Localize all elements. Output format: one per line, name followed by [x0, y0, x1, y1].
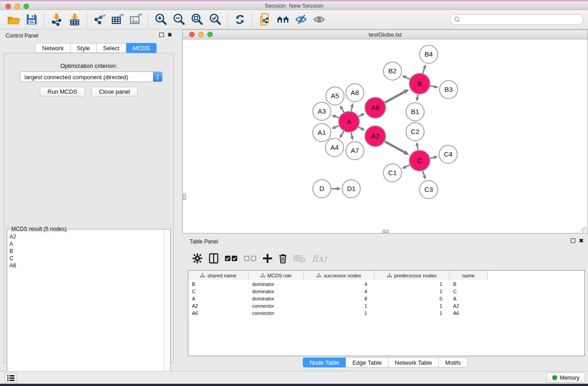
table-row[interactable]: A2connector11A2 — [188, 302, 488, 310]
table-cell[interactable]: A — [188, 295, 249, 302]
graph-edge[interactable] — [430, 157, 434, 158]
graph-edge[interactable] — [406, 165, 410, 167]
graph-edge[interactable] — [335, 116, 339, 118]
network-graph[interactable]: B4B2BB3A8A5A6A3B1AC2A1A2A4A7C4CC1DD1C3 — [183, 39, 588, 233]
export-image-icon[interactable] — [128, 12, 143, 27]
add-column-icon[interactable] — [263, 254, 272, 263]
export-network-icon[interactable] — [92, 12, 107, 27]
delete-column-icon[interactable] — [278, 253, 287, 264]
select-all-checkboxes-icon[interactable] — [225, 256, 238, 262]
table-cell[interactable]: A2 — [188, 302, 249, 310]
zoom-in-icon[interactable] — [153, 12, 168, 27]
graph-edge[interactable] — [423, 68, 425, 73]
show-all-icon[interactable] — [311, 12, 327, 27]
table-cell[interactable]: B — [188, 281, 249, 288]
table-cell[interactable]: 1 — [374, 302, 449, 310]
table-cell[interactable]: dominator — [249, 288, 304, 295]
column-chooser-icon[interactable] — [209, 253, 219, 264]
zoom-fit-icon[interactable] — [189, 12, 205, 27]
mcds-result-item[interactable]: A6 — [8, 262, 163, 269]
tab-mcds[interactable]: MCDS — [126, 43, 157, 53]
tab-node-table[interactable]: Node Table — [303, 357, 346, 367]
table-cell[interactable]: 4 — [304, 281, 374, 288]
mcds-result-list[interactable]: A2ABCA6 — [8, 233, 163, 383]
settings-gear-icon[interactable] — [192, 253, 202, 263]
mcds-result-item[interactable]: C — [8, 255, 163, 262]
column-header-name[interactable]: name — [449, 271, 488, 280]
table-row[interactable]: Bdominator41B — [188, 281, 488, 288]
table-cell[interactable]: A6 — [449, 310, 488, 317]
tab-style[interactable]: Style — [71, 43, 97, 53]
tab-motifs[interactable]: Motifs — [439, 357, 468, 367]
close-table-panel-icon[interactable]: ✖ — [579, 238, 583, 243]
open-session-icon[interactable] — [6, 12, 21, 27]
graph-edge[interactable] — [417, 95, 418, 98]
close-panel-icon[interactable]: ✖ — [167, 33, 172, 37]
mcds-result-item[interactable]: A — [8, 240, 163, 248]
graph-edge[interactable] — [417, 146, 418, 150]
table-cell[interactable]: A2 — [449, 302, 488, 310]
save-session-icon[interactable] — [24, 12, 39, 27]
mcds-result-item[interactable]: B — [8, 248, 163, 255]
graph-edge[interactable] — [335, 126, 339, 127]
graph-edge[interactable] — [423, 171, 424, 176]
export-table-icon[interactable] — [110, 12, 125, 27]
table-cell[interactable]: 8 — [304, 295, 374, 302]
graph-edge[interactable] — [351, 133, 352, 137]
graph-edge[interactable] — [430, 86, 435, 87]
table-cell[interactable]: dominator — [249, 281, 304, 288]
table-cell[interactable]: 1 — [374, 310, 449, 317]
criterion-dropdown[interactable]: largest connected component (directed) ▲… — [20, 71, 163, 82]
table-cell[interactable]: 1 — [304, 310, 374, 317]
table-cell[interactable]: dominator — [249, 295, 304, 302]
float-table-panel-icon[interactable] — [571, 238, 575, 243]
table-cell[interactable]: B — [449, 281, 488, 288]
table-cell[interactable]: A6 — [188, 310, 249, 317]
network-window-titlebar[interactable]: testGlobe.txt — [183, 30, 588, 39]
network-canvas[interactable]: B4B2BB3A8A5A6A3B1AC2A1A2A4A7C4CC1DD1C3 — [183, 39, 588, 233]
node-table[interactable]: shared nameMCDS rolesuccessor nodesprede… — [188, 270, 585, 356]
delete-table-icon[interactable] — [294, 254, 306, 262]
table-cell[interactable]: 1 — [374, 281, 449, 288]
float-panel-icon[interactable] — [159, 33, 164, 37]
new-network-from-selection-icon[interactable] — [257, 12, 272, 27]
column-header-shared-name[interactable]: shared name — [188, 271, 249, 280]
table-cell[interactable]: 1 — [304, 302, 374, 310]
column-header-predecessor-nodes[interactable]: predecessor nodes — [374, 271, 449, 280]
column-header-successor-nodes[interactable]: successor nodes — [304, 271, 374, 280]
search-input[interactable] — [450, 14, 583, 25]
graph-edge[interactable] — [351, 107, 352, 111]
table-body[interactable]: Bdominator41BCdominator41CAdominator80AA… — [188, 281, 488, 317]
table-cell[interactable]: A — [449, 295, 488, 302]
import-network-icon[interactable] — [49, 12, 64, 27]
import-table-icon[interactable] — [67, 12, 82, 27]
tab-network-table[interactable]: Network Table — [388, 357, 439, 367]
table-cell[interactable]: 4 — [304, 288, 374, 295]
table-cell[interactable]: connector — [249, 310, 304, 317]
column-header-MCDS-role[interactable]: MCDS role — [249, 271, 304, 280]
task-history-button[interactable] — [5, 373, 17, 382]
table-row[interactable]: A6connector11A6 — [188, 310, 488, 317]
tab-network[interactable]: Network — [35, 43, 71, 53]
tab-select[interactable]: Select — [97, 43, 126, 53]
graph-edge[interactable] — [342, 109, 344, 112]
graph-edge[interactable] — [406, 77, 410, 79]
table-cell[interactable]: C — [188, 288, 249, 295]
refresh-icon[interactable] — [232, 12, 248, 27]
table-row[interactable]: Adominator80A — [188, 295, 488, 302]
memory-button[interactable]: Memory — [546, 372, 585, 383]
table-cell[interactable]: 0 — [374, 295, 449, 302]
horizontal-scroll-thumb[interactable] — [382, 230, 389, 233]
graph-edge[interactable] — [385, 142, 405, 152]
hide-selected-icon[interactable] — [293, 12, 309, 27]
zoom-selected-icon[interactable] — [207, 12, 223, 27]
result-scrollbar[interactable] — [164, 229, 170, 383]
table-row[interactable]: Cdominator41C — [188, 288, 488, 295]
vertical-scroll-thumb[interactable] — [183, 194, 186, 200]
deselect-all-checkboxes-icon[interactable] — [244, 256, 257, 262]
table-cell[interactable]: 1 — [374, 288, 449, 295]
table-cell[interactable]: C — [449, 288, 488, 295]
resize-grip-icon[interactable] — [581, 227, 587, 233]
run-mcds-button[interactable]: Run MCDS — [40, 87, 85, 96]
graph-edge[interactable] — [359, 127, 361, 129]
